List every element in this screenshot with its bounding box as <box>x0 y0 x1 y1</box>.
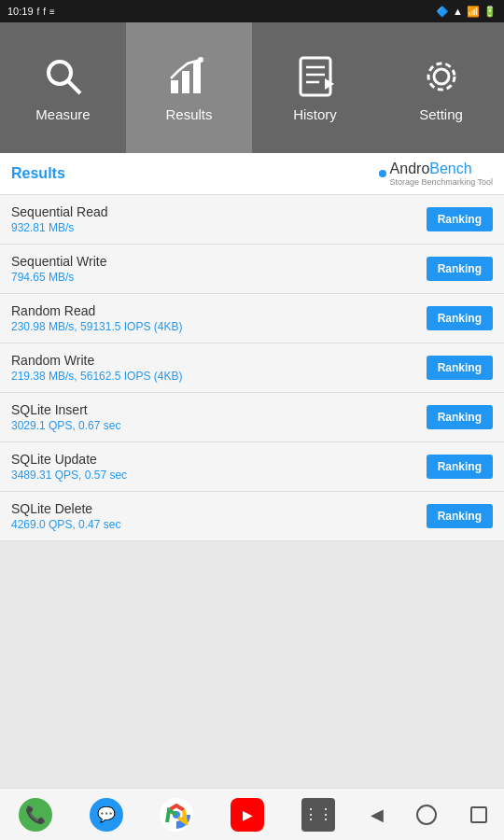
list-item: SQLite Update 3489.31 QPS, 0.57 sec Rank… <box>0 442 504 492</box>
menu-icon: ≡ <box>49 7 55 17</box>
item-info: SQLite Update 3489.31 QPS, 0.57 sec <box>11 452 127 482</box>
tab-setting[interactable]: Setting <box>378 22 504 153</box>
item-name: Random Write <box>11 353 182 368</box>
item-info: SQLite Delete 4269.0 QPS, 0.47 sec <box>11 501 120 531</box>
list-item: Sequential Write 794.65 MB/s Ranking <box>0 245 504 294</box>
item-name: Sequential Read <box>11 204 108 219</box>
ranking-button[interactable]: Ranking <box>427 405 493 429</box>
fb-icon: f <box>37 7 40 17</box>
svg-line-1 <box>68 81 80 93</box>
recent-apps-button[interactable] <box>470 806 487 823</box>
bottom-nav: 📞 💬 ▶ ⋮⋮ ◀ <box>0 788 504 840</box>
logo-text-block: AndroBench Storage Benchmarking Tool <box>390 161 493 187</box>
item-info: Random Read 230.98 MB/s, 59131.5 IOPS (4… <box>11 303 182 333</box>
item-value: 219.38 MB/s, 56162.5 IOPS (4KB) <box>11 370 182 383</box>
svg-point-12 <box>428 63 455 90</box>
svg-rect-3 <box>182 71 189 93</box>
apps-grid-icon[interactable]: ⋮⋮ <box>300 796 337 833</box>
androbench-logo: AndroBench Storage Benchmarking Tool <box>379 161 493 187</box>
status-right: 🔷 ▲ 📶 🔋 <box>436 6 497 18</box>
tab-setting-label: Setting <box>419 106 463 122</box>
time-display: 10:19 <box>7 6 34 17</box>
item-info: Sequential Write 794.65 MB/s <box>11 254 106 284</box>
item-value: 4269.0 QPS, 0.47 sec <box>11 518 120 531</box>
results-header: Results AndroBench Storage Benchmarking … <box>0 153 504 195</box>
nav-tabs: Measure Results History Setting <box>0 22 504 153</box>
measure-icon <box>41 54 86 99</box>
status-bar: 10:19 f f ≡ 🔷 ▲ 📶 🔋 <box>0 0 504 22</box>
svg-point-5 <box>198 57 203 63</box>
fb2-icon: f <box>43 7 46 17</box>
tab-history-label: History <box>293 106 337 122</box>
signal-icon: 📶 <box>467 6 480 18</box>
ranking-button[interactable]: Ranking <box>427 257 493 281</box>
tab-history[interactable]: History <box>252 22 378 153</box>
svg-rect-6 <box>301 58 330 95</box>
status-left: 10:19 f f ≡ <box>7 6 55 17</box>
item-info: SQLite Insert 3029.1 QPS, 0.67 sec <box>11 402 120 432</box>
list-item: Sequential Read 932.81 MB/s Ranking <box>0 195 504 245</box>
results-title: Results <box>11 165 65 182</box>
logo-andro: Andro <box>390 161 430 176</box>
tab-results-label: Results <box>165 106 212 122</box>
item-info: Sequential Read 932.81 MB/s <box>11 204 108 234</box>
item-value: 230.98 MB/s, 59131.5 IOPS (4KB) <box>11 320 182 333</box>
results-list: Sequential Read 932.81 MB/s Ranking Sequ… <box>0 195 504 541</box>
back-button[interactable]: ◀ <box>371 805 384 825</box>
item-value: 794.65 MB/s <box>11 271 106 284</box>
logo-bench: Bench <box>429 161 471 176</box>
setting-icon <box>419 54 464 99</box>
results-icon <box>167 54 212 99</box>
chrome-app-icon[interactable] <box>158 796 195 833</box>
ranking-button[interactable]: Ranking <box>427 356 493 380</box>
svg-rect-2 <box>171 80 178 93</box>
list-item: Random Read 230.98 MB/s, 59131.5 IOPS (4… <box>0 294 504 343</box>
item-info: Random Write 219.38 MB/s, 56162.5 IOPS (… <box>11 353 182 383</box>
wifi-icon: ▲ <box>453 6 463 17</box>
ranking-button[interactable]: Ranking <box>427 306 493 330</box>
item-value: 3029.1 QPS, 0.67 sec <box>11 419 120 432</box>
item-name: Sequential Write <box>11 254 106 269</box>
logo-subtitle: Storage Benchmarking Tool <box>390 177 493 187</box>
list-item: SQLite Delete 4269.0 QPS, 0.47 sec Ranki… <box>0 492 504 541</box>
logo-dot <box>379 170 386 177</box>
ranking-button[interactable]: Ranking <box>427 504 493 528</box>
item-name: SQLite Delete <box>11 501 120 516</box>
home-button[interactable] <box>416 805 437 825</box>
list-item: SQLite Insert 3029.1 QPS, 0.67 sec Ranki… <box>0 393 504 442</box>
phone-app-icon[interactable]: 📞 <box>17 796 54 833</box>
svg-point-0 <box>49 62 71 84</box>
svg-point-11 <box>434 69 449 84</box>
content-area: Results AndroBench Storage Benchmarking … <box>0 153 504 788</box>
bluetooth-icon: 🔷 <box>436 6 449 18</box>
item-value: 3489.31 QPS, 0.57 sec <box>11 469 127 482</box>
tab-results[interactable]: Results <box>126 22 252 153</box>
item-name: SQLite Update <box>11 452 127 467</box>
battery-icon: 🔋 <box>483 6 497 18</box>
history-icon <box>293 54 338 99</box>
youtube-app-icon[interactable]: ▶ <box>229 796 266 833</box>
svg-rect-4 <box>193 62 201 93</box>
ranking-button[interactable]: Ranking <box>427 207 493 231</box>
list-item: Random Write 219.38 MB/s, 56162.5 IOPS (… <box>0 343 504 393</box>
tab-measure[interactable]: Measure <box>0 22 126 153</box>
item-value: 932.81 MB/s <box>11 221 108 234</box>
tab-measure-label: Measure <box>35 106 90 122</box>
item-name: SQLite Insert <box>11 402 120 417</box>
logo-name: AndroBench <box>390 161 493 177</box>
item-name: Random Read <box>11 303 182 318</box>
ranking-button[interactable]: Ranking <box>427 455 493 479</box>
messages-app-icon[interactable]: 💬 <box>88 796 125 833</box>
